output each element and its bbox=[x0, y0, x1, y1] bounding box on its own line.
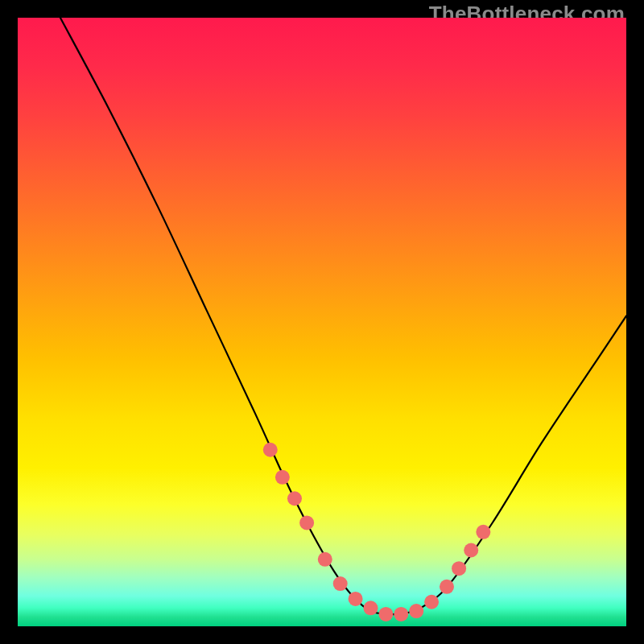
highlight-marker bbox=[263, 443, 278, 457]
highlight-marker bbox=[378, 607, 393, 621]
chart-frame: TheBottleneck.com bbox=[0, 0, 644, 644]
highlight-markers bbox=[263, 443, 491, 621]
highlight-marker bbox=[464, 543, 478, 558]
plot-area bbox=[18, 18, 626, 626]
highlight-marker bbox=[424, 595, 439, 609]
highlight-marker bbox=[394, 607, 408, 621]
highlight-marker bbox=[275, 470, 290, 485]
highlight-marker bbox=[363, 601, 378, 615]
highlight-marker bbox=[476, 525, 490, 539]
highlight-marker bbox=[333, 576, 348, 591]
highlight-marker bbox=[409, 604, 423, 618]
highlight-marker bbox=[452, 561, 466, 576]
highlight-marker bbox=[299, 515, 314, 530]
chart-overlay bbox=[18, 18, 626, 626]
highlight-marker bbox=[318, 552, 332, 567]
highlight-marker bbox=[349, 592, 363, 606]
highlight-marker bbox=[287, 491, 302, 506]
curve-line bbox=[60, 18, 626, 614]
highlight-marker bbox=[440, 580, 454, 594]
